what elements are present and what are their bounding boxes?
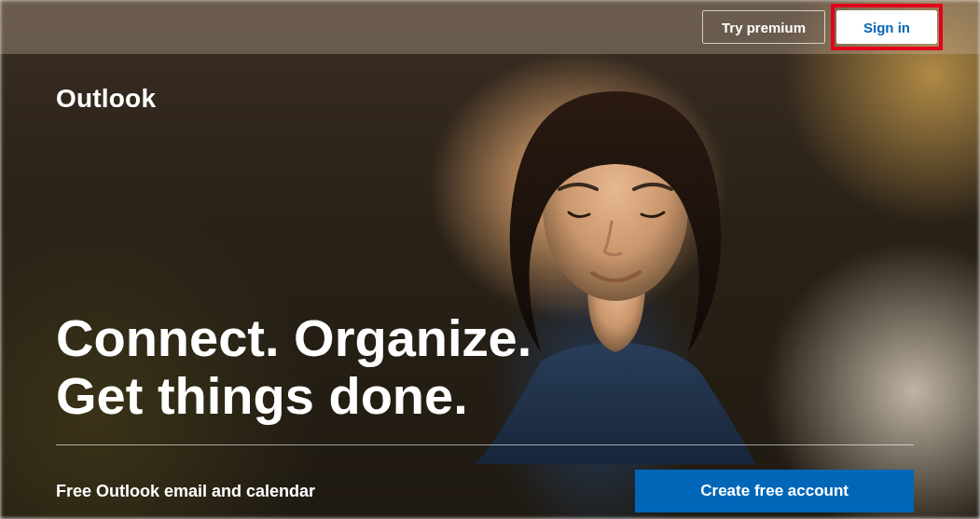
sign-in-button[interactable]: Sign in [836,10,937,44]
sub-row: Free Outlook email and calendar Create f… [56,470,914,512]
hero-headline-line1: Connect. Organize. [56,309,914,367]
hero-headline-line2: Get things done. [56,367,914,425]
create-free-account-button[interactable]: Create free account [635,470,914,512]
header-bar: Try premium Sign in [0,0,980,54]
divider [56,444,914,445]
brand-title: Outlook [56,84,914,114]
hero-headline: Connect. Organize. Get things done. [56,309,914,424]
try-premium-button[interactable]: Try premium [702,10,825,44]
hero-content: Outlook Connect. Organize. Get things do… [56,84,914,512]
hero-subtext: Free Outlook email and calendar [56,482,315,501]
